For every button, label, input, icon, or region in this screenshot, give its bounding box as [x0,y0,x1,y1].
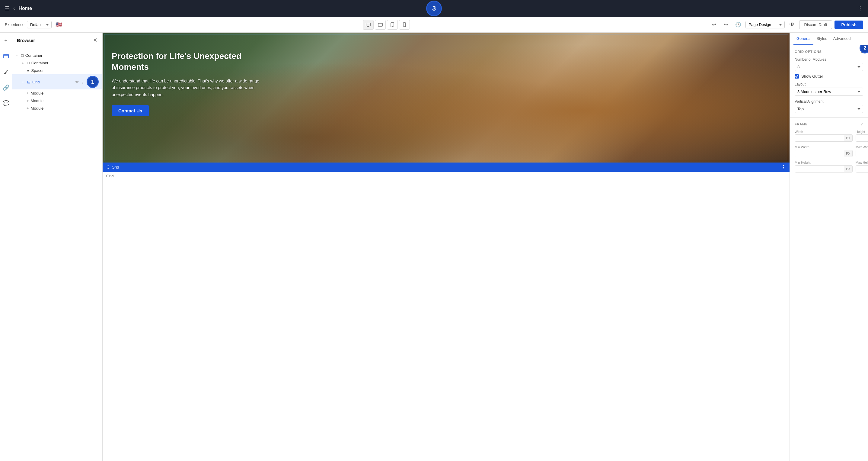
grid-options-icon[interactable]: ⋮ [781,164,786,170]
num-modules-label: Number of Modules [795,57,863,62]
tree-label-spacer: Spacer [31,68,99,73]
width-label: Width [795,130,852,134]
height-field: Height PX [856,130,868,142]
tree-label-module-3: Module [31,106,99,111]
right-panel-tabs: General Styles Advanced [790,33,868,45]
publish-button[interactable]: Publish [835,21,863,29]
num-modules-field: Number of Modules 3 [795,57,863,71]
toolbar: Experience Default 🇺🇸 [0,17,868,33]
tree-item-module-3[interactable]: + Module [12,105,102,112]
experience-dropdown[interactable]: Default [27,21,52,28]
max-width-label: Max Width [856,145,868,149]
min-height-unit: PX [844,166,852,172]
tree-toggle-container-root[interactable]: − [16,54,20,57]
tree-item-spacer[interactable]: ≡ Spacer [12,67,102,74]
svg-point-6 [404,26,405,26]
max-width-input[interactable] [856,150,868,157]
tree-toggle-container-1[interactable]: + [22,61,26,65]
hero-cta-button[interactable]: Contact Us [112,105,149,116]
discard-draft-button[interactable]: Discard Draft [799,20,832,29]
grid-bar-label: Grid [112,165,779,170]
redo-button[interactable]: ↪ [721,20,731,30]
tab-advanced[interactable]: Advanced [830,33,854,45]
grid-more-btn[interactable]: ⋮ [80,80,84,84]
right-panel: General Styles Advanced 2 GRID OPTIONS ∨… [789,33,868,461]
min-width-field: Min Width PX [795,145,852,157]
tree-item-grid[interactable]: − ⊞ Grid 👁 ⋮ 1 [12,74,102,89]
sidebar-toggle-icon[interactable]: ☰ [5,5,10,12]
min-width-unit: PX [844,150,852,157]
module-add-2-icon: + [27,98,29,103]
width-field: Width PX [795,130,852,142]
width-unit: PX [844,135,852,141]
grid-visibility-btn[interactable]: 👁 [75,80,79,84]
vertical-alignment-field: Vertical Alignment Top [795,99,863,113]
experience-selector: Experience Default 🇺🇸 [5,20,64,30]
width-input[interactable] [795,135,844,141]
grid-section: ⠿ Grid ⋮ Grid [103,163,789,180]
language-flag[interactable]: 🇺🇸 [54,20,64,30]
svg-rect-0 [366,23,370,26]
undo-button[interactable]: ↩ [709,20,719,30]
svg-rect-7 [4,54,8,58]
comments-icon[interactable]: 💬 [1,98,11,108]
tree-item-container-root[interactable]: − □ Container [12,52,102,59]
hero-title: Protection for Life's Unexpected Moments [112,51,262,73]
grid-icon: ⊞ [27,80,30,84]
page-title: Home [19,6,32,11]
height-input[interactable] [856,135,868,141]
page-design-dropdown[interactable]: Page Design [745,21,785,28]
mobile-view-btn[interactable] [399,20,410,30]
min-width-input[interactable] [795,150,844,157]
design-icon[interactable] [1,67,11,77]
min-height-input[interactable] [795,166,844,172]
grid-options-header[interactable]: GRID OPTIONS ∨ [795,49,863,54]
svg-point-2 [382,25,382,25]
hero-section: Protection for Life's Unexpected Moments… [103,33,789,163]
topbar: ☰ ‹ Home 3 ⋮ [0,0,868,17]
frame-section-header[interactable]: FRAME ∨ [795,122,863,126]
desktop-view-btn[interactable] [363,20,374,30]
tree-label-module-1: Module [31,91,99,95]
frame-width-height: Width PX Height PX [795,130,863,142]
container-icon: □ [21,53,24,58]
tree-toggle-grid[interactable]: − [22,80,26,84]
step1-badge: 1 [87,76,99,88]
tree-label-container-1: Container [31,61,99,65]
grid-drag-icon[interactable]: ⠿ [106,165,109,170]
vertical-alignment-label: Vertical Alignment [795,99,863,104]
max-height-input[interactable] [856,166,868,172]
tablet-portrait-view-btn[interactable] [387,20,398,30]
num-modules-select[interactable]: 3 [795,63,863,71]
link-icon[interactable]: 🔗 [1,83,11,92]
tree-item-module-1[interactable]: + Module [12,89,102,97]
browser-icon[interactable] [1,51,11,61]
preview-button[interactable]: 👁 [787,20,797,30]
view-switcher [363,20,410,30]
tree-item-container-1[interactable]: + □ Container [12,59,102,67]
tab-styles[interactable]: Styles [813,33,830,45]
layout-field: Layout 3 Modules per Row [795,82,863,96]
layout-select[interactable]: 3 Modules per Row [795,88,863,96]
more-options-icon[interactable]: ⋮ [857,5,863,12]
history-button[interactable]: 🕐 [734,20,743,30]
max-height-field: Max Height PX [856,161,868,173]
browser-title: Browser [17,38,35,43]
browser-panel: Browser ✕ − □ Container + □ Container ≡ [12,33,103,461]
back-icon[interactable]: ‹ [13,6,15,11]
show-gutter-checkbox[interactable] [795,74,799,79]
tree-item-module-2[interactable]: + Module [12,97,102,105]
experience-label: Experience [5,22,25,27]
grid-label-bar: ⠿ Grid ⋮ [103,163,789,172]
main-layout: + 🔗 💬 Browser ✕ − □ Container [0,33,868,461]
browser-close-button[interactable]: ✕ [93,37,97,44]
vertical-alignment-select[interactable]: Top [795,105,863,113]
max-height-label: Max Height [856,161,868,164]
tablet-landscape-view-btn[interactable] [375,20,386,30]
icon-sidebar: + 🔗 💬 [0,33,12,461]
add-element-icon[interactable]: + [1,36,11,45]
show-gutter-label: Show Gutter [801,74,823,79]
layout-label: Layout [795,82,863,86]
tab-general[interactable]: General [794,33,813,45]
hero-content: Protection for Life's Unexpected Moments… [112,51,262,116]
